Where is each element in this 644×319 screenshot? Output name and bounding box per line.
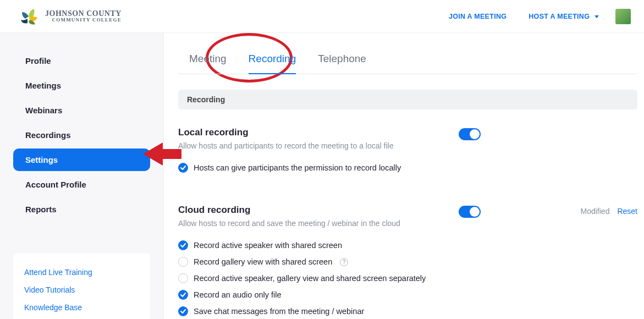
- modified-label: Modified: [581, 207, 610, 216]
- sidebar-item-recordings[interactable]: Recordings: [13, 124, 150, 146]
- local-recording-desc: Allow hosts and participants to record t…: [178, 140, 448, 152]
- reset-link[interactable]: Reset: [617, 207, 637, 216]
- option-record-separately[interactable]: Record active speaker, gallery view and …: [178, 270, 448, 287]
- cloud-recording-desc: Allow hosts to record and save the meeti…: [178, 218, 448, 229]
- tab-recording[interactable]: Recording: [238, 43, 307, 74]
- option-hosts-permission[interactable]: Hosts can give participants the permissi…: [178, 160, 448, 176]
- tab-telephone[interactable]: Telephone: [307, 43, 377, 74]
- org-name: JOHNSON COUNTY COMMUNITY COLLEGE: [45, 10, 122, 23]
- join-meeting-link[interactable]: JOIN A MEETING: [438, 13, 518, 20]
- checked-icon: [178, 306, 188, 316]
- sidebar-item-profile[interactable]: Profile: [13, 50, 150, 72]
- link-video-tutorials[interactable]: Video Tutorials: [24, 281, 139, 299]
- host-meeting-label: HOST A MEETING: [529, 13, 590, 20]
- setting-local-recording: Local recording Allow hosts and particip…: [178, 119, 637, 180]
- toggle-cloud-recording[interactable]: [459, 206, 481, 218]
- link-knowledge-base[interactable]: Knowledge Base: [24, 299, 139, 316]
- checked-icon: [178, 290, 188, 300]
- sidebar-item-reports[interactable]: Reports: [13, 198, 150, 221]
- sidebar-item-meetings[interactable]: Meetings: [13, 74, 150, 97]
- option-label: Record an audio only file: [194, 290, 282, 299]
- toggle-local-recording[interactable]: [459, 128, 481, 140]
- help-icon[interactable]: ?: [340, 258, 348, 266]
- option-save-chat[interactable]: Save chat messages from the meeting / we…: [178, 303, 448, 319]
- option-label: Record active speaker with shared screen: [194, 241, 342, 250]
- checked-icon: [178, 240, 188, 250]
- sidebar-help-card: Attend Live Training Video Tutorials Kno…: [13, 254, 150, 319]
- option-record-gallery-view[interactable]: Record gallery view with shared screen ?: [178, 254, 448, 270]
- sidebar-item-account-profile[interactable]: Account Profile: [13, 173, 150, 196]
- sidebar-nav: Profile Meetings Webinars Recordings Set…: [13, 50, 150, 221]
- settings-tabs: Meeting Recording Telephone: [178, 43, 637, 74]
- caret-down-icon: [595, 15, 599, 18]
- checked-icon: [178, 163, 188, 173]
- local-recording-title: Local recording: [178, 127, 448, 138]
- org-logo: JOHNSON COUNTY COMMUNITY COLLEGE: [16, 6, 122, 28]
- avatar[interactable]: [615, 9, 631, 24]
- option-label: Save chat messages from the meeting / we…: [194, 307, 364, 316]
- host-meeting-dropdown[interactable]: HOST A MEETING: [518, 13, 610, 20]
- app-header: JOHNSON COUNTY COMMUNITY COLLEGE JOIN A …: [0, 0, 644, 33]
- cloud-recording-title: Cloud recording: [178, 205, 448, 216]
- sidebar-item-webinars[interactable]: Webinars: [13, 99, 150, 122]
- link-attend-live-training[interactable]: Attend Live Training: [24, 263, 139, 281]
- option-label: Hosts can give participants the permissi…: [194, 163, 401, 172]
- sidebar: Profile Meetings Webinars Recordings Set…: [0, 33, 164, 319]
- unchecked-icon: [178, 257, 188, 267]
- option-record-active-speaker[interactable]: Record active speaker with shared screen: [178, 237, 448, 254]
- tab-meeting[interactable]: Meeting: [178, 43, 238, 74]
- section-banner-recording: Recording: [178, 90, 637, 109]
- unchecked-icon: [178, 273, 188, 283]
- sidebar-item-settings[interactable]: Settings: [13, 148, 150, 171]
- leaf-logo-icon: [16, 6, 41, 28]
- option-label: Record active speaker, gallery view and …: [194, 274, 426, 283]
- option-record-audio-only[interactable]: Record an audio only file: [178, 287, 448, 303]
- option-label: Record gallery view with shared screen: [194, 257, 332, 266]
- main-content: Meeting Recording Telephone Recording Lo…: [164, 33, 644, 319]
- setting-cloud-recording: Cloud recording Allow hosts to record an…: [178, 197, 637, 319]
